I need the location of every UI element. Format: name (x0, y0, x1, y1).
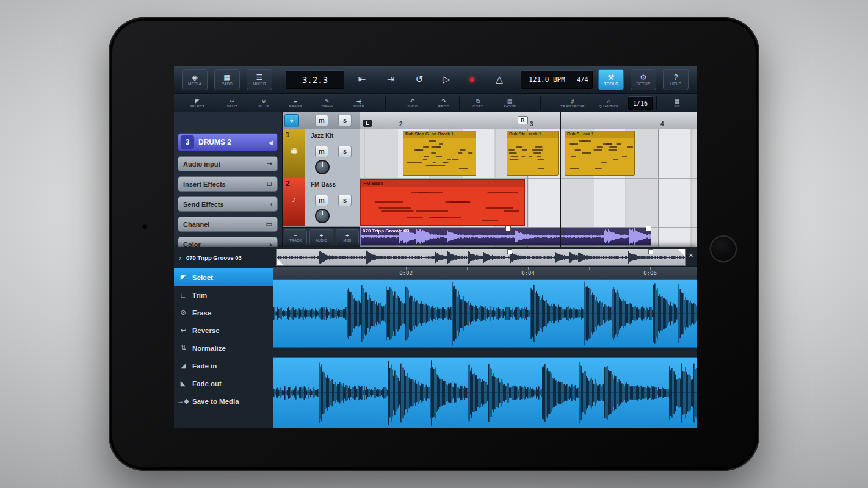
split-tool-button[interactable]: ✂ SPLIT (216, 95, 248, 112)
add-audio-track-button[interactable]: + AUDIO (309, 229, 333, 245)
waveform-left-channel[interactable] (273, 279, 697, 348)
mixer-button[interactable]: ☰ MIXER (247, 69, 272, 90)
metronome-button[interactable]: △ (488, 70, 510, 88)
inspector-panel: 3 DRUMS 2 ◀ Audio input ⇥ Insert Effects… (174, 112, 283, 247)
quantize-value-display[interactable]: 1/16 (628, 96, 653, 110)
master-solo-button[interactable]: s (338, 115, 352, 126)
editor-tool-normalize[interactable]: ⇅ Normalize (174, 339, 273, 357)
select-icon: ◤ (195, 98, 200, 104)
track2-solo-button[interactable]: s (338, 195, 352, 206)
collapse-editor-icon[interactable]: › (174, 253, 186, 262)
tools-icon: ⚒ (608, 74, 615, 81)
close-editor-button[interactable]: × (686, 251, 696, 260)
grid-snap-button[interactable]: ▦ 1/8 (661, 95, 693, 112)
track1-mute-button[interactable]: m (315, 146, 328, 157)
record-button[interactable]: ● (461, 70, 483, 88)
mute-tool-button[interactable]: ◁ MUTE (343, 95, 375, 112)
delete-track-button[interactable]: − TRACK (284, 229, 307, 245)
cycle-button[interactable]: ↺ (408, 70, 430, 88)
follow-playhead-button[interactable]: ⌖ (284, 114, 299, 127)
clip-selection-handle[interactable] (505, 226, 511, 231)
play-button[interactable]: ▷ (435, 70, 457, 88)
inspector-item-insert-effects[interactable]: Insert Effects ⊟ (178, 176, 278, 192)
track-list: ⌖ m s 1 ▦ Jazz Kit m s (283, 112, 360, 247)
editor-tool-select[interactable]: ◤ Select (174, 268, 273, 286)
track2-number: 2 (283, 178, 290, 188)
editor-tool-save-to-media[interactable]: →◆ Save to Media (174, 392, 273, 410)
normalize-tool-label: Normalize (192, 345, 226, 352)
right-locator-flag[interactable]: R (518, 116, 528, 124)
quantize-button[interactable]: ∩ QUANTIZE (591, 95, 626, 112)
save-to-media-label: Save to Media (192, 398, 239, 405)
bass-icon: ♪ (292, 194, 296, 204)
editor-tool-menu: › 070 Tripp Groove 03 ◤ Select ∟ Trim ⊘ … (174, 247, 273, 428)
bass-midi-clip[interactable]: FM Bass (360, 179, 525, 226)
clip-selection-handle[interactable] (646, 226, 651, 231)
track-header-jazz-kit[interactable]: 1 ▦ Jazz Kit m s (283, 129, 360, 178)
desktop-background: ◈ MEDIA ▦ PADS ☰ MIXER 3.2.3 ⇤ ⇥ ↺ ▷ (0, 0, 868, 488)
overview-right-handle[interactable] (678, 249, 685, 257)
help-button[interactable]: ? HELP (663, 69, 689, 90)
media-button[interactable]: ◈ MEDIA (182, 69, 208, 90)
collapse-inspector-icon[interactable]: ◀ (268, 139, 273, 146)
midi-clip-1[interactable]: Dub Step G...ve Break 1 (403, 131, 476, 176)
setup-button[interactable]: ⚙ SETUP (631, 69, 656, 90)
selection-marker-right[interactable] (648, 249, 653, 254)
pads-label: PADS (222, 82, 233, 86)
midi-clip-3[interactable]: Dub S...eak 1 (565, 131, 635, 176)
master-mute-button[interactable]: m (315, 115, 328, 126)
media-label: MEDIA (188, 82, 201, 86)
midi-clip-2-title: Dub Ste...reak 1 (507, 131, 558, 138)
go-to-start-button[interactable]: ⇤ (351, 70, 373, 88)
song-position-display: 3.2.3 (286, 70, 344, 89)
editor-tool-erase[interactable]: ⊘ Erase (174, 304, 273, 321)
track2-volume-knob[interactable] (315, 209, 330, 223)
inspector-item-send-effects[interactable]: Send Effects ⊐ (178, 196, 278, 212)
timeline-tick (406, 267, 407, 270)
track-header-fm-bass[interactable]: 2 ♪ FM Bass m s (283, 178, 360, 227)
glue-label: GLUE (258, 104, 269, 108)
mixer-icon: ☰ (256, 74, 263, 81)
midi-notes-canvas (565, 138, 634, 174)
color-label: Color (183, 241, 201, 248)
track1-volume-knob[interactable] (315, 160, 330, 174)
playhead[interactable] (560, 112, 561, 247)
track2-mute-button[interactable]: m (315, 195, 328, 206)
inspector-item-audio-input[interactable]: Audio input ⇥ (178, 156, 278, 171)
bar-line (658, 129, 659, 247)
waveform-overview-strip[interactable] (276, 249, 686, 266)
tools-button[interactable]: ⚒ TOOLS (598, 69, 624, 90)
editor-tool-fade-in[interactable]: ◢ Fade in (174, 357, 273, 375)
arrangement-area[interactable]: 2 3 4 L R Dub Step G...ve Break 1 Dub St… (360, 112, 697, 247)
editor-tool-trim[interactable]: ∟ Trim (174, 286, 273, 304)
selection-marker-left[interactable] (507, 249, 512, 254)
copy-button[interactable]: ⧉ COPY (462, 95, 494, 112)
pads-button[interactable]: ▦ PADS (214, 69, 240, 90)
pads-icon: ▦ (223, 74, 230, 81)
glue-tool-button[interactable]: ⊎ GLUE (248, 95, 280, 112)
undo-button[interactable]: ↶ UNDO (396, 95, 428, 112)
editor-tool-reverse[interactable]: ↩ Reverse (174, 321, 273, 339)
inspector-item-channel[interactable]: Channel ▭ (178, 217, 278, 232)
transpose-button[interactable]: ♯ TRANSPOSE (554, 95, 591, 112)
selected-track-header[interactable]: 3 DRUMS 2 ◀ (178, 133, 278, 151)
home-button[interactable] (710, 235, 737, 262)
waveform-right-channel[interactable] (273, 357, 697, 428)
left-locator-flag[interactable]: L (363, 120, 372, 127)
go-to-end-button[interactable]: ⇥ (380, 70, 402, 88)
paste-button[interactable]: ▤ PASTE (494, 95, 526, 112)
midi-clip-2[interactable]: Dub Ste...reak 1 (507, 131, 559, 176)
erase-tool-button[interactable]: ▰ ERASE (280, 95, 311, 112)
select-tool-button[interactable]: ◤ SELECT (181, 95, 213, 112)
redo-button[interactable]: ↷ REDO (428, 95, 460, 112)
quantize-icon: ∩ (607, 98, 610, 104)
audio-input-label: Audio input (183, 160, 220, 168)
overview-left-handle[interactable] (277, 258, 284, 265)
inspector-item-color[interactable]: Color ◑ (178, 237, 278, 247)
tempo-display[interactable]: 121.0 BPM 4/4 (521, 70, 593, 89)
editor-tool-fade-out[interactable]: ◣ Fade out (174, 375, 273, 392)
draw-tool-button[interactable]: ✎ DRAW (311, 95, 343, 112)
add-midi-track-button[interactable]: + MIDI (336, 229, 359, 245)
track1-solo-button[interactable]: s (338, 146, 352, 157)
timeline-ruler[interactable]: 2 3 4 L R (360, 112, 697, 129)
